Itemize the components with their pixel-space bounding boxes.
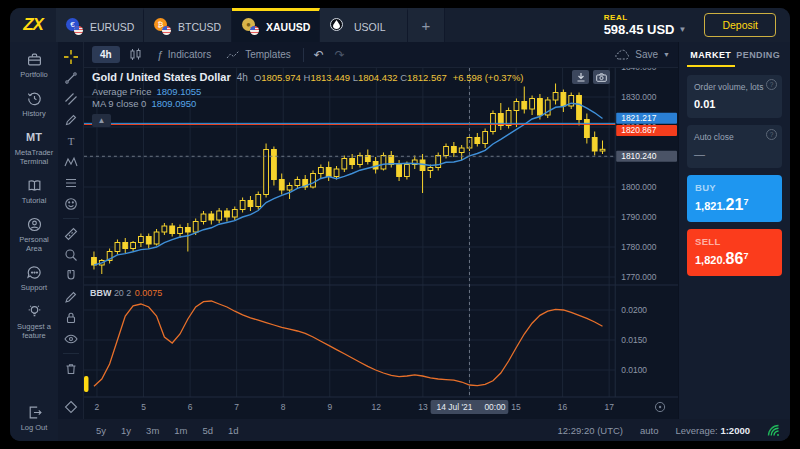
sidebar-item-support[interactable]: Support <box>11 265 57 292</box>
svg-text:14 Jul '21: 14 Jul '21 <box>437 402 473 412</box>
order-volume-value[interactable]: 0.01 <box>694 98 775 110</box>
main-chart-canvas[interactable]: BBW20 20.00751840.0001830.0001820.000181… <box>84 68 678 419</box>
emoji-icon <box>64 197 78 211</box>
svg-text:0.0150: 0.0150 <box>621 335 647 345</box>
object-tree-button[interactable] <box>62 398 80 415</box>
lock-drawings-button[interactable] <box>62 309 80 326</box>
range-1m[interactable]: 1m <box>174 425 187 436</box>
buy-price: 1,821.217 <box>695 196 774 214</box>
screenshot-button[interactable] <box>593 70 610 84</box>
trend-line-tool-button[interactable] <box>62 69 80 86</box>
chart-type-button[interactable] <box>123 45 148 64</box>
emoji-tool-button[interactable] <box>62 195 80 212</box>
help-icon[interactable]: ? <box>766 129 777 140</box>
range-3m[interactable]: 3m <box>146 425 159 436</box>
indicators-button[interactable]: ƒIndicators <box>151 46 217 64</box>
pattern-tool-button[interactable] <box>62 153 80 170</box>
sidebar-item-label: Tutorial <box>22 196 47 205</box>
svg-text:1821.217: 1821.217 <box>621 113 657 123</box>
cloud-icon <box>615 49 630 60</box>
sidebar-item-tutorial[interactable]: Tutorial <box>11 178 57 205</box>
person-icon <box>27 217 42 232</box>
text-tool-button[interactable]: T <box>62 132 80 149</box>
order-volume-field[interactable]: Order volume, lots 0.01 ? <box>687 75 782 118</box>
sidebar-nav: Portfolio History MT MetaTrader Terminal… <box>10 42 58 441</box>
range-1d[interactable]: 1d <box>228 425 239 436</box>
sidebar-item-suggest-feature[interactable]: Suggest a feature <box>11 304 57 340</box>
sidebar-item-label: Log Out <box>21 423 48 432</box>
channel-tool-button[interactable] <box>62 90 80 107</box>
svg-text:1840.000: 1840.000 <box>621 68 657 72</box>
chevron-up-icon: ▲ <box>98 116 106 125</box>
timeframe-button[interactable]: 4h <box>92 46 120 63</box>
metatrader-icon: MT <box>26 130 42 145</box>
auto-close-field[interactable]: Auto close — ? <box>687 125 782 168</box>
book-icon <box>27 178 42 193</box>
buy-button[interactable]: BUY 1,821.217 <box>687 175 782 222</box>
fib-tool-button[interactable] <box>62 174 80 191</box>
add-instrument-button[interactable]: + <box>408 8 445 42</box>
sidebar-item-label: Suggest a feature <box>11 322 57 340</box>
redo-icon: ↷ <box>335 48 345 62</box>
range-5d[interactable]: 5d <box>203 425 214 436</box>
help-icon[interactable]: ? <box>766 79 777 90</box>
svg-text:20 2: 20 2 <box>114 288 131 298</box>
svg-text:7: 7 <box>234 402 239 412</box>
svg-text:BBW: BBW <box>90 288 112 298</box>
tab-xauusd[interactable]: ● XAUUSD <box>232 8 320 42</box>
series-start-marker <box>84 376 88 392</box>
timezone-mode[interactable]: auto <box>640 425 659 436</box>
clock[interactable]: 12:29:20 (UTC) <box>558 425 623 436</box>
chart-toolbar: 4h ƒIndicators Templates ↶ ↷ Save ▼ <box>84 42 678 68</box>
svg-text:6: 6 <box>188 402 193 412</box>
ruler-tool-button[interactable] <box>62 225 80 242</box>
scroll-to-end-button[interactable] <box>572 70 589 84</box>
svg-text:12: 12 <box>372 402 382 412</box>
history-clock-icon <box>27 91 42 106</box>
tab-eurusd[interactable]: € EURUSD <box>56 8 144 42</box>
svg-text:1770.000: 1770.000 <box>621 272 657 282</box>
auto-close-value[interactable]: — <box>694 148 775 160</box>
range-5y[interactable]: 5y <box>96 425 106 436</box>
save-layout-button[interactable]: Save ▼ <box>615 49 670 60</box>
hide-drawings-button[interactable] <box>62 330 80 347</box>
sell-button[interactable]: SELL 1,820.867 <box>687 229 782 276</box>
template-chart-icon <box>226 49 240 61</box>
magnet-tool-button[interactable] <box>62 267 80 284</box>
redo-button[interactable]: ↷ <box>331 48 349 62</box>
magnet-icon <box>64 269 78 283</box>
camera-icon <box>596 73 607 82</box>
remove-drawings-button[interactable] <box>62 360 80 377</box>
undo-button[interactable]: ↶ <box>310 48 328 62</box>
lock-icon <box>64 311 78 325</box>
tab-pending[interactable]: PENDING <box>735 50 783 67</box>
sidebar-item-logout[interactable]: Log Out <box>11 405 57 432</box>
zoom-tool-button[interactable] <box>62 246 80 263</box>
crosshair-tool-button[interactable] <box>62 48 80 65</box>
trash-icon <box>64 362 78 376</box>
text-tool-icon: T <box>64 134 78 148</box>
sidebar-item-portfolio[interactable]: Portfolio <box>11 52 57 79</box>
brush-tool-button[interactable] <box>62 111 80 128</box>
sidebar-item-metatrader[interactable]: MT MetaTrader Terminal <box>11 130 57 166</box>
collapse-legend-button[interactable]: ▲ <box>92 114 111 127</box>
tab-label: BTCUSD <box>178 21 221 33</box>
templates-button[interactable]: Templates <box>220 46 297 64</box>
sidebar-item-label: Support <box>21 283 47 292</box>
pencil-icon <box>64 290 78 304</box>
sell-price: 1,820.867 <box>695 250 774 268</box>
draw-mode-button[interactable] <box>62 288 80 305</box>
deposit-button[interactable]: Deposit <box>704 13 776 37</box>
brand-logo[interactable]: ZX <box>10 8 56 42</box>
sidebar-item-history[interactable]: History <box>11 91 57 118</box>
svg-text:15: 15 <box>511 402 521 412</box>
function-icon: ƒ <box>157 49 163 61</box>
tab-usoil[interactable]: USOIL <box>320 8 408 42</box>
balance-selector[interactable]: 598.45 USD ▼ <box>604 22 687 37</box>
tab-label: XAUUSD <box>266 21 310 33</box>
range-1y[interactable]: 1y <box>121 425 131 436</box>
sidebar-item-personal-area[interactable]: Personal Area <box>11 217 57 253</box>
tab-market[interactable]: MARKET <box>687 50 735 67</box>
tab-btcusd[interactable]: ₿ BTCUSD <box>144 8 232 42</box>
tab-label: USOIL <box>354 21 386 33</box>
